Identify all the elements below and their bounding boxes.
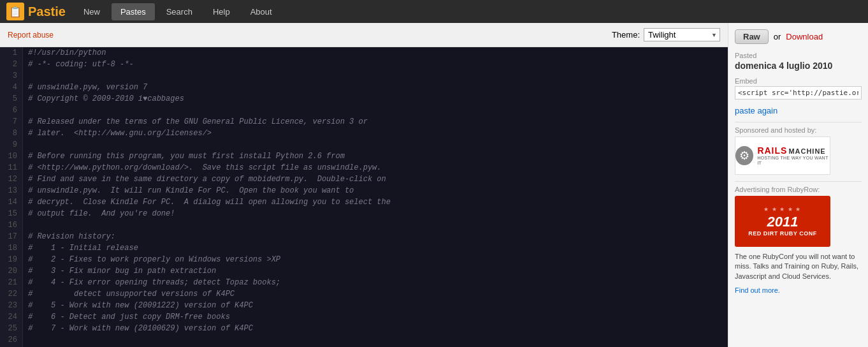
line-number: 23 [0, 300, 23, 311]
line-code: # 3 - Fix minor bug in path extraction [23, 265, 221, 277]
table-row: 12# Find and save in the same directory … [0, 174, 728, 185]
logo-area: 📋 Pastie [6, 3, 66, 20]
code-area: Report abuse Theme: Twilight Solarized D… [0, 23, 728, 347]
line-number: 26 [0, 334, 23, 346]
table-row: 19# 2 - Fixes to work properly on Window… [0, 254, 728, 265]
railsmachine-banner[interactable]: ⚙ RAILS MACHINE HOSTING THE WAY YOU WANT… [735, 137, 830, 175]
table-row: 10# Before running this program, you mus… [0, 151, 728, 162]
line-number: 18 [0, 242, 23, 254]
line-code [23, 219, 33, 231]
line-code: # <http://www.python.org/download/>. Sav… [23, 162, 387, 174]
theme-label: Theme: [612, 30, 640, 40]
divider-2 [735, 181, 862, 182]
line-code: # 4 - Fix error opening threads; detect … [23, 277, 286, 288]
line-code: # Copyright © 2009-2010 i♥cabbages [23, 93, 189, 105]
pasted-date: domenica 4 luglio 2010 [735, 61, 862, 71]
code-topbar: Report abuse Theme: Twilight Solarized D… [0, 23, 728, 47]
table-row: 23# 5 - Work with new (20091222) version… [0, 300, 728, 311]
line-code: # 7 - Work with new (20100629) version o… [23, 323, 258, 334]
or-text: or [774, 32, 781, 41]
line-number: 8 [0, 128, 23, 139]
brand-name: Pastie [28, 4, 66, 19]
line-number: 24 [0, 311, 23, 323]
main-layout: Report abuse Theme: Twilight Solarized D… [0, 23, 868, 347]
line-code: # output file. And you're done! [23, 208, 180, 219]
sponsor-logo: ⚙ RAILS MACHINE HOSTING THE WAY YOU WANT… [735, 146, 830, 166]
pastie-logo-icon: 📋 [6, 3, 24, 20]
rails-text: RAILS MACHINE HOSTING THE WAY YOU WANT I… [757, 146, 830, 166]
ad-label: Advertising from RubyRow: [735, 186, 862, 193]
line-number: 5 [0, 93, 23, 105]
line-number: 12 [0, 174, 23, 185]
line-number: 4 [0, 82, 23, 93]
table-row: 8# later. <http://www.gnu.org/licenses/> [0, 128, 728, 139]
line-code: # 1 - Initial release [23, 242, 143, 254]
table-row: 9 [0, 139, 728, 151]
line-number: 6 [0, 105, 23, 116]
line-code [23, 70, 33, 82]
table-row: 4# unswindle.pyw, version 7 [0, 82, 728, 93]
table-row: 1#!/usr/bin/python [0, 47, 728, 59]
table-row: 7# Released under the terms of the GNU G… [0, 116, 728, 128]
line-number: 20 [0, 265, 23, 277]
find-out-link[interactable]: Find out more. [735, 286, 780, 294]
paste-again-link[interactable]: paste again [735, 106, 862, 115]
table-row: 2# -*- coding: utf-8 -*- [0, 59, 728, 70]
line-code: #!/usr/bin/python [23, 47, 111, 59]
line-number: 9 [0, 139, 23, 151]
code-container: 1#!/usr/bin/python2# -*- coding: utf-8 -… [0, 47, 728, 347]
rails-gear-icon: ⚙ [735, 146, 753, 165]
line-code: # 5 - Work with new (20091222) version o… [23, 300, 258, 311]
line-number: 7 [0, 116, 23, 128]
table-row: 17# Revision history: [0, 231, 728, 242]
rails-name: RAILS [757, 146, 787, 156]
line-number: 1 [0, 47, 23, 59]
line-code: # Revision history: [23, 231, 120, 242]
line-code: # Before running this program, you must … [23, 151, 350, 162]
line-code: # Released under the terms of the GNU Ge… [23, 116, 373, 128]
table-row: 3 [0, 70, 728, 82]
table-row: 6 [0, 105, 728, 116]
nav-search[interactable]: Search [157, 3, 201, 20]
embed-input[interactable] [735, 86, 862, 100]
rails-tagline: HOSTING THE WAY YOU WANT IT [757, 156, 830, 165]
line-number: 11 [0, 162, 23, 174]
sponsored-label: Sponsored and hosted by: [735, 126, 862, 134]
line-code: # later. <http://www.gnu.org/licenses/> [23, 128, 217, 139]
download-link[interactable]: Download [786, 32, 823, 41]
table-row: 13# unswindle.pyw. It will run Kindle Fo… [0, 185, 728, 196]
table-row: 21# 4 - Fix error opening threads; detec… [0, 277, 728, 288]
line-number: 3 [0, 70, 23, 82]
line-code [23, 139, 33, 151]
nav-help[interactable]: Help [204, 3, 239, 20]
nav-pastes[interactable]: Pastes [112, 3, 155, 20]
raw-button[interactable]: Raw [735, 29, 769, 44]
line-number: 25 [0, 323, 23, 334]
ruby-conf-banner[interactable]: ★ ★ ★ ★ ★ 2011 RED DIRT RUBY CONF [735, 196, 830, 247]
line-number: 13 [0, 185, 23, 196]
ruby-conf-title: RED DIRT RUBY CONF [748, 230, 816, 237]
sidebar-actions: Raw or Download [735, 29, 862, 44]
table-row: 22# detect unsupported versions of K4PC [0, 288, 728, 300]
header: 📋 Pastie New Pastes Search Help About [0, 0, 868, 23]
line-number: 22 [0, 288, 23, 300]
ruby-conf-year: 2011 [767, 214, 799, 230]
line-number: 15 [0, 208, 23, 219]
line-code: # 2 - Fixes to work properly on Windows … [23, 254, 286, 265]
report-abuse-link[interactable]: Report abuse [8, 31, 54, 40]
embed-label: Embed [735, 77, 862, 85]
line-code: # unswindle.pyw. It will run Kindle For … [23, 185, 359, 196]
line-code: # decrypt. Close Kindle For PC. A dialog… [23, 196, 396, 208]
pasted-section: Pasted domenica 4 luglio 2010 [735, 52, 862, 71]
table-row: 18# 1 - Initial release [0, 242, 728, 254]
line-code: # 6 - Detect and just copy DRM-free book… [23, 311, 235, 323]
nav-new[interactable]: New [75, 3, 109, 20]
line-code: # unswindle.pyw, version 7 [23, 82, 152, 93]
theme-selector-area: Theme: Twilight Solarized Default [612, 28, 720, 41]
theme-select-wrapper: Twilight Solarized Default [644, 28, 720, 41]
table-row: 20# 3 - Fix minor bug in path extraction [0, 265, 728, 277]
divider-1 [735, 122, 862, 122]
table-row: 24# 6 - Detect and just copy DRM-free bo… [0, 311, 728, 323]
theme-select[interactable]: Twilight Solarized Default [644, 28, 720, 41]
nav-about[interactable]: About [242, 3, 281, 20]
